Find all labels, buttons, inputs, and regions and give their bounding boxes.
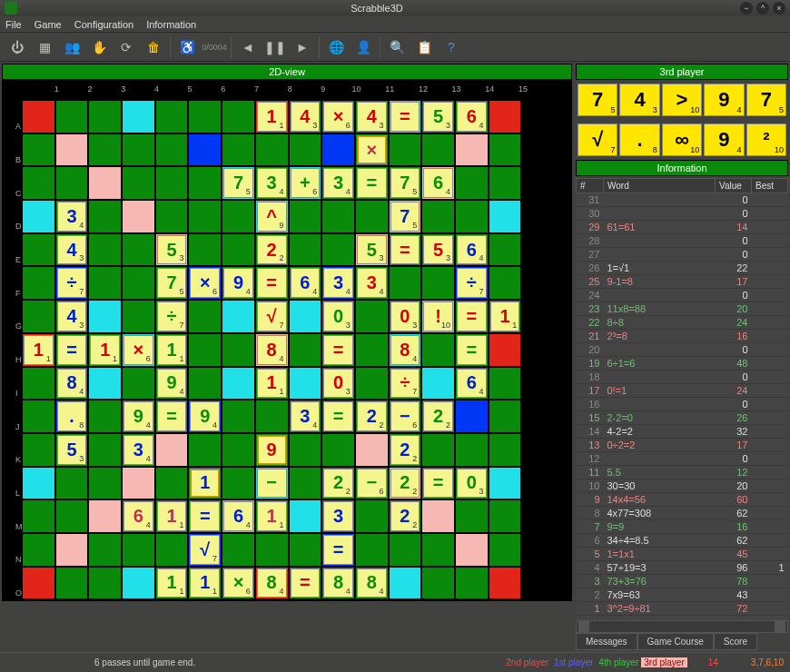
tab-gamecourse[interactable]: Game Course	[637, 633, 714, 650]
tile[interactable]: ^9	[257, 202, 287, 232]
tile[interactable]: 64	[457, 235, 487, 265]
tile[interactable]: 75	[223, 168, 253, 198]
tile[interactable]: 11	[490, 301, 520, 331]
rack-tile[interactable]: 43	[619, 84, 659, 116]
tile[interactable]: √7	[190, 535, 220, 565]
rack-tile[interactable]: ∞10	[662, 124, 702, 156]
move-history[interactable]: #WordValueBest3103002961=6114280270261=√…	[576, 178, 788, 620]
checklist-icon[interactable]: 📋	[413, 36, 435, 58]
tab-score[interactable]: Score	[714, 633, 757, 650]
tile[interactable]: 84	[390, 335, 420, 365]
tile[interactable]: =	[390, 102, 420, 132]
rack-tile[interactable]: >10	[662, 84, 702, 116]
tile[interactable]: 43	[57, 235, 87, 265]
prev-icon[interactable]: ◄	[237, 36, 259, 58]
help-icon[interactable]: ?	[440, 36, 462, 58]
tile[interactable]: 75	[157, 268, 187, 298]
tile[interactable]: =	[257, 268, 287, 298]
tile[interactable]: √7	[257, 301, 287, 331]
scrollbar[interactable]	[576, 620, 788, 633]
tile[interactable]: =	[190, 501, 220, 531]
tile[interactable]: 22	[423, 401, 453, 431]
refresh-icon[interactable]: ⟳	[115, 36, 137, 58]
tile[interactable]: 84	[257, 568, 287, 598]
tile[interactable]: =	[423, 469, 453, 499]
tile[interactable]: 11	[157, 335, 187, 365]
tile[interactable]: 64	[457, 369, 487, 399]
tile[interactable]: =	[457, 335, 487, 365]
tile[interactable]: −	[257, 469, 287, 499]
tile[interactable]: 53	[423, 235, 453, 265]
tile[interactable]: 11	[257, 102, 287, 132]
tile[interactable]: 11	[190, 568, 220, 598]
tile[interactable]: 84	[357, 568, 387, 598]
tile[interactable]: 1	[190, 469, 220, 499]
tile[interactable]: 22	[257, 235, 287, 265]
tile[interactable]: 43	[357, 102, 387, 132]
tile[interactable]: ÷7	[457, 268, 487, 298]
tab-messages[interactable]: Messages	[576, 633, 637, 650]
tile[interactable]: =	[357, 168, 387, 198]
tile[interactable]: =	[291, 568, 321, 598]
tile[interactable]: ÷7	[157, 301, 187, 331]
tile[interactable]: ÷7	[390, 369, 420, 399]
tile[interactable]: 9	[257, 435, 287, 465]
tile[interactable]: 94	[223, 268, 253, 298]
tile[interactable]: =	[323, 401, 353, 431]
tile[interactable]: 34	[323, 168, 353, 198]
rack-tile[interactable]: 75	[578, 84, 617, 116]
tile[interactable]: =	[390, 235, 420, 265]
tile[interactable]: 22	[357, 401, 387, 431]
maximize-button[interactable]: ^	[756, 2, 769, 15]
tile[interactable]: −6	[357, 469, 387, 499]
tile[interactable]: 34	[323, 268, 353, 298]
tile[interactable]: 84	[323, 568, 353, 598]
tile[interactable]: 34	[257, 168, 287, 198]
tile[interactable]: 34	[357, 268, 387, 298]
tile[interactable]: .8	[57, 401, 87, 431]
tile[interactable]: 11	[257, 369, 287, 399]
tile-rack-top[interactable]: 7543>109475	[576, 80, 788, 120]
accessibility-icon[interactable]: ♿	[176, 36, 198, 58]
tile[interactable]: 64	[123, 501, 153, 531]
rack-tile[interactable]: √7	[578, 124, 617, 156]
tile[interactable]: +6	[291, 168, 321, 198]
next-icon[interactable]: ►	[291, 36, 313, 58]
pause-icon[interactable]: ❚❚	[264, 36, 286, 58]
hand-icon[interactable]: ✋	[88, 36, 110, 58]
globe-icon[interactable]: 🌐	[325, 36, 347, 58]
tile[interactable]: 64	[223, 501, 253, 531]
tile[interactable]: 11	[257, 501, 287, 531]
rack-tile[interactable]: .8	[619, 124, 659, 156]
menu-information[interactable]: Information	[146, 19, 196, 30]
tile[interactable]: 43	[291, 102, 321, 132]
tile[interactable]: 53	[157, 235, 187, 265]
tile[interactable]: 75	[390, 168, 420, 198]
rack-tile[interactable]: ²10	[746, 124, 786, 156]
tile[interactable]: 22	[390, 501, 420, 531]
tile-rack-bottom[interactable]: √7.8∞1094²10	[576, 120, 788, 160]
tile[interactable]: 03	[390, 301, 420, 331]
tile[interactable]: 34	[123, 435, 153, 465]
close-button[interactable]: ×	[773, 2, 785, 15]
tile[interactable]: 03	[323, 301, 353, 331]
menu-configuration[interactable]: Configuration	[74, 19, 133, 30]
tile[interactable]: =	[457, 301, 487, 331]
tile[interactable]: ×6	[223, 568, 253, 598]
tile[interactable]: 75	[390, 202, 420, 232]
tile[interactable]: 03	[323, 369, 353, 399]
minimize-button[interactable]: −	[740, 2, 753, 15]
tile[interactable]: ×6	[323, 102, 353, 132]
tile[interactable]: =	[323, 535, 353, 565]
tile[interactable]: ÷7	[57, 268, 87, 298]
tile[interactable]: 84	[57, 369, 87, 399]
trash-icon[interactable]: 🗑	[143, 36, 164, 58]
rack-tile[interactable]: 75	[746, 84, 786, 116]
tile[interactable]: 03	[457, 469, 487, 499]
tile[interactable]: ×6	[123, 335, 153, 365]
game-board[interactable]: 1143×643=5364×7534+634=756434^9754353225…	[20, 98, 572, 601]
zoom-icon[interactable]: 🔍	[386, 36, 408, 58]
tile[interactable]: 11	[157, 568, 187, 598]
tile[interactable]: 22	[390, 469, 420, 499]
tile[interactable]: 53	[423, 102, 453, 132]
